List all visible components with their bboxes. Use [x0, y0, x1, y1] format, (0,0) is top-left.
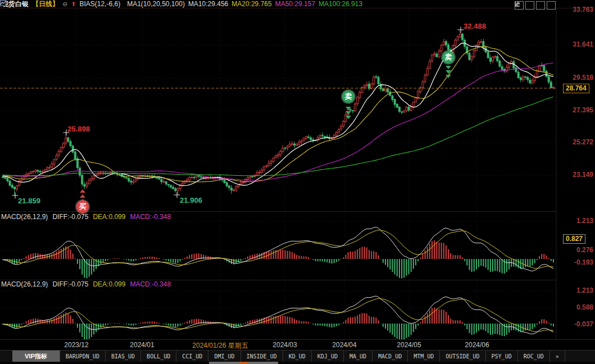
chart-header: 现货白银 【日线】 ⊖ ⬆ BIAS(12,-6,6) MA1(10,20,50…: [0, 0, 556, 8]
indicator-tab-outside-ud[interactable]: OUTSIDE_UD: [440, 351, 485, 362]
period-label: 【日线】: [32, 0, 59, 8]
ma50-value: MA50:29.157: [275, 0, 315, 8]
dea-value: DEA:0.099: [93, 213, 125, 221]
ma10-value: MA10:29.456: [188, 0, 228, 8]
pane-layout-icon-2[interactable]: [536, 1, 545, 10]
sell-signal-marker[interactable]: 卖: [442, 51, 455, 63]
x-axis-label: 2024/05: [397, 341, 421, 349]
pane-layout-icon-3: [515, 1, 520, 7]
dea-value: DEA:0.099: [93, 280, 125, 288]
extreme-cross-marker: [458, 27, 464, 33]
signal-triangle-sell: [346, 107, 351, 110]
macd-axis-tick: 0.276: [557, 246, 595, 254]
ma-lines: [3, 43, 553, 186]
macd-panel-2: [3, 296, 553, 339]
toolbar-overflow-button[interactable]: »: [550, 351, 565, 362]
price-axis-tick: 23.149: [557, 171, 595, 179]
ma-line-ma10: [3, 43, 553, 186]
indicator-tab-vip-[interactable]: VIP指标: [12, 351, 60, 362]
bias-indicator-label: BIAS(12,-6,6): [79, 0, 120, 8]
bottom-scrollbar[interactable]: [0, 362, 595, 364]
extreme-cross-marker: [174, 192, 180, 198]
last-price-box: 28.764: [563, 84, 589, 93]
macd-value: MACD:-0.348: [130, 280, 171, 288]
macd-axis-tick: 1.213: [557, 217, 595, 225]
collapse-icon[interactable]: ⊖: [62, 0, 67, 8]
price-annotation: 32.488: [464, 22, 486, 30]
indicator-tab-kd-ud[interactable]: KD_UD: [283, 351, 312, 362]
indicator-tab-bias-ud[interactable]: BIAS_UD: [106, 351, 141, 362]
macd-axis-box: 0.827: [563, 234, 585, 244]
price-axis-tick: 31.641: [557, 40, 595, 48]
x-axis-label: 2024/01: [130, 341, 154, 349]
pane-layout-icon-3[interactable]: [547, 1, 556, 10]
scrollbar-thumb[interactable]: [209, 362, 278, 364]
diff-value: DIFF:-0.075: [52, 280, 88, 288]
indicator-toolbar: VIP指标BARUPDN_UDBIAS_UDBOLL_UDCCI_UDDMI_U…: [0, 350, 595, 362]
trading-app: 现货白银 【日线】 ⊖ ⬆ BIAS(12,-6,6) MA1(10,20,50…: [0, 0, 595, 364]
diff-value: DIFF:-0.075: [52, 213, 88, 221]
signal-triangle-sell: [446, 66, 451, 69]
indicator-tab-dmi-ud[interactable]: DMI_UD: [208, 351, 240, 362]
signal-triangle-buy: [80, 189, 85, 193]
extreme-cross-marker: [12, 193, 19, 199]
signal-triangle-buy: [80, 194, 85, 198]
macd-name: MACD(26,12,9): [1, 280, 48, 288]
macd-header-1: MACD(26,12,9)DIFF:-0.075DEA:0.099MACD:-0…: [1, 213, 175, 221]
candlestick-series: [2, 30, 555, 195]
macd-axis-tick: -0.037: [557, 320, 595, 328]
signal-triangle-sell: [446, 75, 451, 78]
indicator-tab-boll-ud[interactable]: BOLL_UD: [141, 351, 176, 362]
x-axis-crosshair-date: 2024/01/26 星期五: [192, 341, 248, 351]
price-axis-tick: 27.395: [557, 106, 595, 114]
price-axis-tick: 29.518: [557, 74, 595, 81]
macd-name: MACD(26,12,9): [1, 213, 48, 221]
ma20-value: MA20:29.765: [231, 0, 271, 8]
x-axis-label: 2023/12: [64, 341, 88, 349]
scrollbar-indicator: [239, 362, 248, 364]
indicator-tab-kdj-ud[interactable]: KDJ_UD: [312, 351, 344, 362]
indicator-tab-cci-ud[interactable]: CCI_UD: [176, 351, 208, 362]
x-axis-row: 2023/122024/012024/01/26 星期五2024/032024/…: [0, 339, 595, 351]
price-axis-tick: 33.763: [557, 6, 595, 13]
ma-line-ma20: [3, 46, 553, 181]
signal-triangle-sell: [346, 116, 351, 119]
indicator-tab-macd-ud[interactable]: MACD_UD: [373, 351, 408, 362]
diff-line: [3, 296, 553, 334]
indicator-tab-ma-ud[interactable]: MA_UD: [344, 351, 373, 362]
macd-axis-tick: 1.213: [557, 286, 595, 294]
ma-group-label: MA1(10,20,50,100): [127, 0, 185, 8]
chart-tool-buttons: [515, 1, 556, 10]
indicator-tab-barupdn-ud[interactable]: BARUPDN_UD: [60, 351, 106, 362]
macd-header-2: MACD(26,12,9)DIFF:-0.075DEA:0.099MACD:-0…: [1, 280, 175, 288]
macd-value: MACD:-0.348: [130, 213, 171, 221]
price-axis-tick: 25.272: [557, 138, 595, 146]
chart-canvas[interactable]: [0, 0, 595, 364]
signal-triangle-sell: [446, 70, 451, 74]
signal-arrow-icon: ⬆: [71, 0, 76, 8]
signal-triangle-sell: [346, 111, 351, 115]
x-axis-label: 2024/06: [465, 341, 489, 349]
indicator-tab-psy-ud[interactable]: PSY_UD: [486, 351, 518, 362]
x-axis-label: 2024/04: [332, 341, 356, 349]
indicator-tab-mtm-ud[interactable]: MTM_UD: [408, 351, 440, 362]
price-annotation: 25.898: [67, 125, 90, 133]
ma100-value: MA100:26.913: [319, 0, 362, 8]
price-annotation: 21.906: [180, 196, 202, 204]
macd-axis-tick: 0.588: [557, 303, 595, 311]
buy-signal-marker[interactable]: 买: [76, 201, 89, 213]
extreme-cross-marker: [63, 130, 70, 136]
pane-layout-icon-1[interactable]: [525, 1, 534, 10]
macd-axis-tick: -0.193: [557, 258, 595, 266]
dea-line: [3, 299, 553, 332]
macd-panel-1: [3, 227, 553, 278]
x-axis-label: 2024/03: [272, 341, 297, 349]
sell-signal-marker[interactable]: 卖: [342, 90, 355, 103]
indicator-tab-inside-ud[interactable]: INSIDE_UD: [241, 351, 283, 362]
indicator-tab-roc-ud[interactable]: ROC_UD: [518, 351, 550, 362]
diff-line: [3, 227, 553, 271]
ma-line-ma50: [3, 63, 553, 180]
price-annotation: 21.859: [18, 197, 40, 205]
